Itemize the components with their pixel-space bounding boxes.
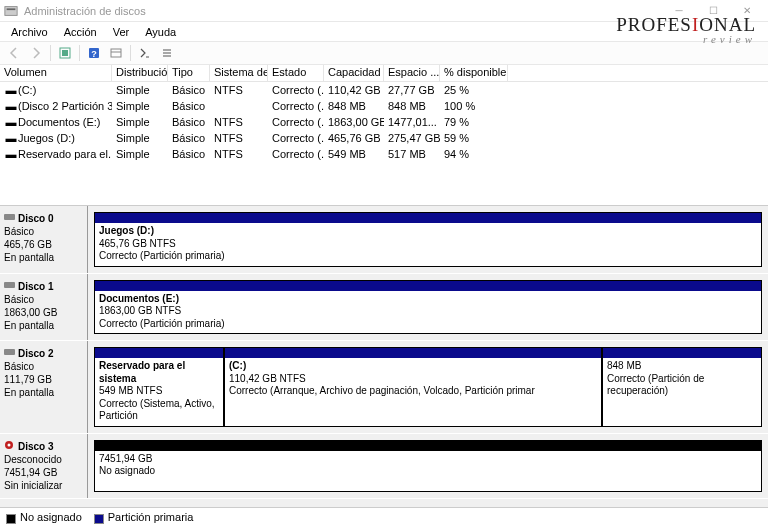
menu-archivo[interactable]: Archivo <box>4 26 55 38</box>
svg-rect-11 <box>4 214 15 220</box>
svg-rect-12 <box>4 282 15 288</box>
minimize-button[interactable]: ─ <box>662 0 696 22</box>
svg-text:?: ? <box>91 49 97 59</box>
swatch-black <box>6 514 16 524</box>
disk-label[interactable]: Disco 1Básico1863,00 GBEn pantalla <box>0 274 88 341</box>
swatch-navy <box>94 514 104 524</box>
svg-rect-6 <box>111 49 121 57</box>
partition-stripe <box>225 348 601 358</box>
partition[interactable]: Documentos (E:)1863,00 GB NTFSCorrecto (… <box>94 280 762 335</box>
help-button[interactable]: ? <box>84 43 104 63</box>
menu-ver[interactable]: Ver <box>106 26 137 38</box>
disks-pane: Disco 0Básico465,76 GBEn pantallaJuegos … <box>0 205 768 507</box>
col-disponible[interactable]: % disponible <box>440 65 508 81</box>
col-estado[interactable]: Estado <box>268 65 324 81</box>
refresh-button[interactable] <box>55 43 75 63</box>
disk-area: Juegos (D:)465,76 GB NTFSCorrecto (Parti… <box>88 206 768 273</box>
menubar: Archivo Acción Ver Ayuda <box>0 22 768 41</box>
volume-row[interactable]: ▬Reservado para el...SimpleBásicoNTFSCor… <box>0 146 768 162</box>
disk-area: Reservado para el sistema549 MB NTFSCorr… <box>88 341 768 433</box>
partition-stripe <box>95 348 223 358</box>
menu-ayuda[interactable]: Ayuda <box>138 26 183 38</box>
partition[interactable]: 848 MBCorrecto (Partición de recuperació… <box>602 347 762 427</box>
disk-icon <box>4 212 16 222</box>
disk-icon <box>4 280 16 290</box>
disk-row: Disco 3Desconocido7451,94 GBSin iniciali… <box>0 434 768 499</box>
disk-icon <box>4 347 16 357</box>
disk-area: 7451,94 GBNo asignado <box>88 434 768 498</box>
list-button[interactable] <box>157 43 177 63</box>
window-controls: ─ ☐ ✕ <box>662 0 764 22</box>
action-button[interactable] <box>135 43 155 63</box>
partition-stripe <box>95 281 761 291</box>
svg-rect-0 <box>5 6 17 15</box>
partition[interactable]: 7451,94 GBNo asignado <box>94 440 762 492</box>
partition-stripe <box>95 441 761 451</box>
disk-label[interactable]: Disco 2Básico111,79 GBEn pantalla <box>0 341 88 433</box>
svg-rect-13 <box>4 349 15 355</box>
legend-primary: Partición primaria <box>94 511 194 523</box>
titlebar: Administración de discos ─ ☐ ✕ <box>0 0 768 22</box>
partition-stripe <box>95 213 761 223</box>
disk-area: Documentos (E:)1863,00 GB NTFSCorrecto (… <box>88 274 768 341</box>
disk-label[interactable]: Disco 0Básico465,76 GBEn pantalla <box>0 206 88 273</box>
disk-row: Disco 0Básico465,76 GBEn pantallaJuegos … <box>0 206 768 274</box>
separator <box>130 45 131 61</box>
legend: No asignado Partición primaria <box>0 507 768 527</box>
col-capacidad[interactable]: Capacidad <box>324 65 384 81</box>
col-espacio[interactable]: Espacio ... <box>384 65 440 81</box>
volumes-body: ▬(C:)SimpleBásicoNTFSCorrecto (...110,42… <box>0 82 768 162</box>
separator <box>79 45 80 61</box>
col-tipo[interactable]: Tipo <box>168 65 210 81</box>
disk-row: Disco 1Básico1863,00 GBEn pantallaDocume… <box>0 274 768 342</box>
svg-rect-3 <box>62 50 68 56</box>
svg-rect-1 <box>7 8 16 10</box>
close-button[interactable]: ✕ <box>730 0 764 22</box>
partition[interactable]: Reservado para el sistema549 MB NTFSCorr… <box>94 347 224 427</box>
col-sistema[interactable]: Sistema de ... <box>210 65 268 81</box>
svg-point-15 <box>8 443 11 446</box>
volume-icon: ▬ <box>4 84 18 96</box>
volume-row[interactable]: ▬(Disco 2 Partición 3)SimpleBásicoCorrec… <box>0 98 768 114</box>
window-title: Administración de discos <box>24 5 662 17</box>
disk-label[interactable]: Disco 3Desconocido7451,94 GBSin iniciali… <box>0 434 88 498</box>
disk-row: Disco 2Básico111,79 GBEn pantallaReserva… <box>0 341 768 434</box>
legend-unallocated: No asignado <box>6 511 82 523</box>
app-icon <box>4 4 18 18</box>
volumes-pane: Volumen Distribución Tipo Sistema de ...… <box>0 65 768 205</box>
maximize-button[interactable]: ☐ <box>696 0 730 22</box>
partition-stripe <box>603 348 761 358</box>
volumes-header: Volumen Distribución Tipo Sistema de ...… <box>0 65 768 82</box>
col-volumen[interactable]: Volumen <box>0 65 112 81</box>
back-button[interactable] <box>4 43 24 63</box>
volume-icon: ▬ <box>4 116 18 128</box>
col-distribucion[interactable]: Distribución <box>112 65 168 81</box>
menu-accion[interactable]: Acción <box>57 26 104 38</box>
volume-row[interactable]: ▬Documentos (E:)SimpleBásicoNTFSCorrecto… <box>0 114 768 130</box>
settings-button[interactable] <box>106 43 126 63</box>
forward-button[interactable] <box>26 43 46 63</box>
volume-row[interactable]: ▬(C:)SimpleBásicoNTFSCorrecto (...110,42… <box>0 82 768 98</box>
toolbar: ? <box>0 41 768 65</box>
partition[interactable]: Juegos (D:)465,76 GB NTFSCorrecto (Parti… <box>94 212 762 267</box>
volume-icon: ▬ <box>4 100 18 112</box>
volume-icon: ▬ <box>4 132 18 144</box>
partition[interactable]: (C:)110,42 GB NTFSCorrecto (Arranque, Ar… <box>224 347 602 427</box>
separator <box>50 45 51 61</box>
volume-row[interactable]: ▬Juegos (D:)SimpleBásicoNTFSCorrecto (..… <box>0 130 768 146</box>
volume-icon: ▬ <box>4 148 18 160</box>
disk-icon <box>4 440 16 450</box>
